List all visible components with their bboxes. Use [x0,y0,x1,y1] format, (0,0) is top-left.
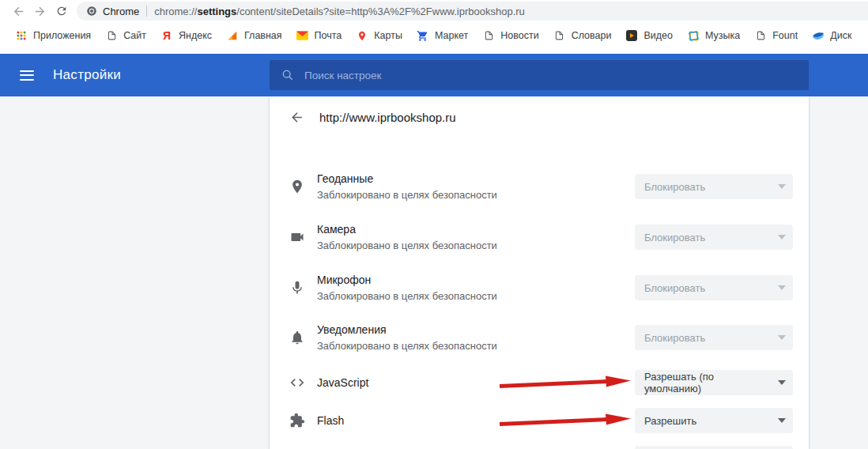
apps-grid-icon [15,29,28,42]
back-button[interactable] [8,2,29,21]
permission-row-notifications: Уведомления Заблокировано в целях безопа… [270,320,809,355]
address-product-label: Chrome [103,6,139,17]
permission-label: Уведомления [317,323,497,338]
camera-permission-dropdown: Блокировать [635,224,793,250]
search-icon [281,69,294,81]
bookmark-label: Главная [244,30,282,41]
location-permission-dropdown: Блокировать [635,174,793,199]
permission-sublabel: Заблокировано в целях безопасности [317,339,497,353]
permission-label: JavaScript [317,375,368,391]
location-pin-icon [289,179,305,194]
shopping-cart-icon [417,29,429,42]
video-player-icon [625,29,638,42]
annotation-arrow-flash [497,413,633,428]
bookmarks-bar: Приложения Сайт Я Яндекс Главная Почта К… [0,22,868,49]
bookmark-label: Новости [500,30,538,41]
forward-button[interactable] [29,2,51,21]
page-icon [754,29,767,42]
bookmark-label: Карты [374,30,402,41]
bell-icon [289,330,305,345]
microphone-permission-dropdown: Блокировать [635,275,793,300]
camera-icon [289,229,305,245]
settings-page-title: Настройки [53,67,121,83]
chevron-down-icon [778,335,786,340]
address-url-scheme: chrome:// [154,6,197,17]
puzzle-piece-icon [289,413,305,428]
settings-header: Настройки Поиск настроек [0,54,868,96]
bookmark-label: Fount [772,30,798,41]
permission-sublabel: Заблокировано в целях безопасности [317,188,497,202]
permission-label: Flash [317,413,344,428]
chevron-down-icon [778,184,786,189]
chrome-logo-icon [86,6,97,17]
bookmark-news[interactable]: Новости [475,25,545,46]
disk-logo-icon [812,29,825,42]
settings-page-background: http://www.iprbookshop.ru Геоданные Забл… [0,96,868,449]
permission-label: Геоданные [317,172,497,187]
search-placeholder: Поиск настроек [304,70,382,81]
notifications-permission-dropdown: Блокировать [635,325,793,350]
address-url-host: settings [197,6,236,17]
code-brackets-icon [289,375,305,391]
page-icon [482,29,495,42]
permission-sublabel: Заблокировано в целях безопасности [317,289,497,304]
music-logo-icon [687,29,700,42]
chevron-down-icon [778,285,786,290]
permission-row-location: Геоданные Заблокировано в целях безопасн… [270,169,809,204]
permission-row-camera: Камера Заблокировано в целях безопасност… [270,220,809,255]
bookmark-mail[interactable]: Почта [289,25,349,46]
bookmark-label: Видео [643,30,673,41]
bookmark-music[interactable]: Музыка [680,25,747,46]
javascript-permission-dropdown[interactable]: Разрешать (по умолчанию) [635,370,793,395]
bookmark-label: Приложения [33,30,91,41]
bookmark-label: Почта [315,30,342,41]
reload-button[interactable] [51,2,72,21]
settings-search-input[interactable]: Поиск настроек [270,60,809,90]
address-url-path: /content/siteDetails?site=http%3A%2F%2Fw… [236,6,525,17]
permission-sublabel: Заблокировано в целях безопасности [317,239,497,253]
home-logo-icon [226,29,239,42]
bookmark-label: Сайт [123,30,146,41]
bookmark-maps[interactable]: Карты [349,25,409,46]
map-pin-icon [356,29,368,42]
chevron-down-icon [778,380,786,385]
site-details-header: http://www.iprbookshop.ru [270,96,809,138]
menu-icon[interactable] [20,67,34,83]
mail-envelope-icon [296,29,309,42]
bookmark-dictionaries[interactable]: Словари [546,25,619,46]
page-icon [105,29,118,42]
back-arrow-icon[interactable] [289,110,304,125]
annotation-arrow-javascript [497,375,633,391]
site-url-title: http://www.iprbookshop.ru [319,111,456,124]
bookmark-apps[interactable]: Приложения [8,25,98,46]
bookmark-label: Словари [572,30,612,41]
bookmark-yandex[interactable]: Я Яндекс [153,25,219,46]
yandex-logo-icon: Я [160,29,173,42]
browser-toolbar: Chrome chrome://settings/content/siteDet… [0,0,868,22]
microphone-icon [289,280,305,296]
bookmark-market[interactable]: Маркет [409,25,475,46]
address-divider [146,6,147,17]
address-bar[interactable]: Chrome chrome://settings/content/siteDet… [77,2,868,21]
next-permission-dropdown-partial [635,446,793,449]
bookmark-fount[interactable]: Fount [747,25,805,46]
chevron-down-icon [778,235,786,240]
permission-label: Микрофон [317,273,497,288]
bookmark-video[interactable]: Видео [618,25,680,46]
bookmark-label: Яндекс [179,30,212,41]
bookmark-label: Диск [830,30,851,41]
bookmark-home[interactable]: Главная [219,25,289,46]
chevron-down-icon [778,418,786,423]
bookmark-ele[interactable]: Эле [859,25,868,46]
bookmark-disk[interactable]: Диск [805,25,859,46]
permission-label: Камера [317,222,497,237]
bookmark-label: Маркет [435,30,468,41]
permission-row-microphone: Микрофон Заблокировано в целях безопасно… [270,270,809,305]
flash-permission-dropdown[interactable]: Разрешить [635,408,793,433]
bookmark-site[interactable]: Сайт [98,25,153,46]
bookmark-label: Музыка [705,30,740,41]
page-icon [553,29,566,42]
site-details-card: http://www.iprbookshop.ru Геоданные Забл… [270,96,809,449]
